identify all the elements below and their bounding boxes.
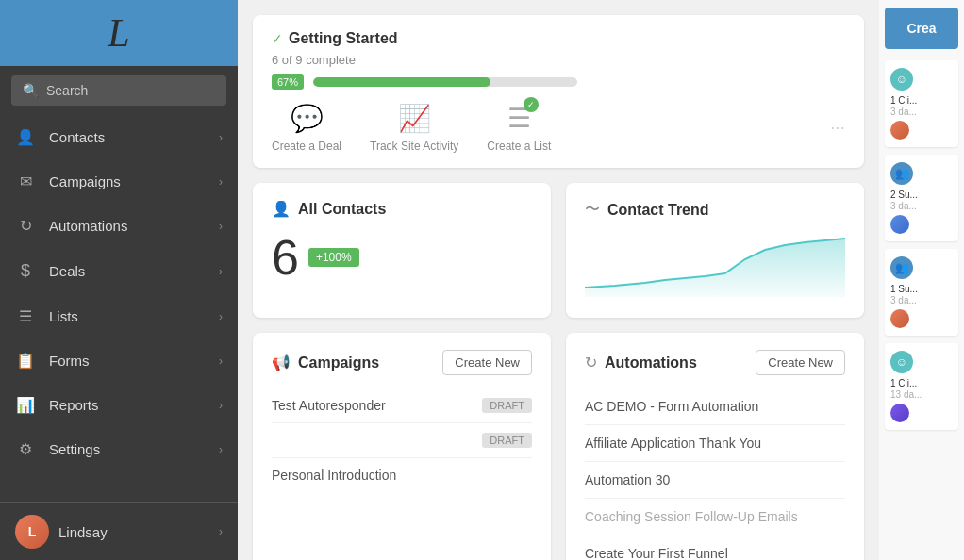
automation-item-1: AC DEMO - Form Automation — [585, 388, 845, 425]
gs-item-create-list[interactable]: ☰ ✓ Create a List — [487, 103, 551, 153]
automation-name-2: Affiliate Application Thank You — [585, 436, 761, 451]
gs-item-create-deal[interactable]: 💬 Create a Deal — [272, 103, 341, 153]
contact-trend-title: Contact Trend — [607, 202, 709, 219]
trend-icon: 〜 — [585, 200, 600, 220]
lists-icon: ☰ — [15, 307, 36, 325]
contacts-label: Contacts — [49, 129, 105, 145]
automations-section: ↻ Automations Create New AC DEMO - Form … — [566, 333, 864, 560]
activity-title-4: 1 Cli... — [890, 377, 953, 389]
deals-icon: $ — [15, 261, 36, 281]
main-content: ✓ Getting Started 6 of 9 complete 67% 💬 … — [238, 0, 879, 560]
gs-more-icon[interactable]: ⋯ — [830, 119, 845, 137]
campaigns-section-icon: 📢 — [272, 354, 291, 371]
automation-name-3: Automation 30 — [585, 472, 670, 487]
sidebar-footer[interactable]: L Lindsay › — [0, 502, 238, 560]
activity-item-3[interactable]: 👥 1 Su... 3 da... — [885, 249, 958, 336]
contacts-number: 6 — [272, 229, 299, 286]
contacts-badge: +100% — [308, 248, 359, 267]
settings-label: Settings — [49, 441, 100, 457]
sidebar-item-deals[interactable]: $ Deals › — [0, 248, 238, 294]
avatar: L — [15, 515, 49, 549]
sidebar-item-campaigns[interactable]: ✉ Campaigns › — [0, 159, 238, 204]
sidebar-item-reports[interactable]: 📊 Reports › — [0, 383, 238, 427]
campaigns-section: 📢 Campaigns Create New Test Autoresponde… — [253, 333, 551, 560]
sidebar-search: 🔍 Search — [0, 66, 238, 115]
campaign-name-1: Test Autoresponder — [272, 398, 386, 413]
list-badge: ✓ — [524, 97, 539, 112]
campaigns-icon: ✉ — [15, 173, 36, 190]
automation-item-5: Create Your First Funnel — [585, 535, 845, 560]
activity-time-4: 13 da... — [890, 389, 953, 400]
create-top-button[interactable]: Crea — [885, 8, 958, 49]
search-input[interactable]: Search — [46, 83, 88, 98]
right-panel: Crea ☺ 1 Cli... 3 da... 👥 2 Su... 3 da..… — [879, 0, 964, 560]
reports-label: Reports — [49, 397, 99, 413]
trend-chart — [585, 231, 845, 297]
contact-trend-card: 〜 Contact Trend — [566, 183, 864, 318]
automation-item-4: Coaching Session Follow-Up Emails — [585, 499, 845, 535]
sidebar-item-forms[interactable]: 📋 Forms › — [0, 338, 238, 383]
campaigns-label: Campaigns — [49, 173, 121, 189]
search-box[interactable]: 🔍 Search — [11, 75, 226, 106]
deals-label: Deals — [49, 263, 85, 279]
automations-create-new-button[interactable]: Create New — [756, 350, 845, 375]
activity-title-1: 1 Cli... — [890, 94, 953, 107]
automation-name-1: AC DEMO - Form Automation — [585, 399, 758, 414]
create-list-label: Create a List — [487, 140, 551, 153]
forms-icon: 📋 — [15, 352, 36, 370]
activity-item-4[interactable]: ☺ 1 Cli... 13 da... — [885, 343, 958, 430]
settings-icon: ⚙ — [15, 440, 36, 458]
create-button-label: Crea — [906, 21, 936, 36]
check-icon: ✓ — [272, 31, 283, 46]
sidebar-item-contacts[interactable]: 👤 Contacts › — [0, 115, 238, 159]
activity-icon-1: ☺ — [890, 68, 913, 91]
sidebar: L 🔍 Search 👤 Contacts › ✉ Campaigns › ↻ … — [0, 0, 238, 560]
user-name: Lindsay — [58, 524, 108, 540]
automation-name-5: Create Your First Funnel — [585, 546, 728, 560]
campaign-item-1: Test Autoresponder DRAFT — [272, 388, 532, 423]
activity-icon-4: ☺ — [890, 351, 913, 373]
automations-chevron: › — [219, 220, 223, 233]
activity-item-1[interactable]: ☺ 1 Cli... 3 da... — [885, 60, 958, 147]
reports-icon: 📊 — [15, 396, 36, 414]
campaign-draft-badge-2: DRAFT — [482, 433, 532, 448]
track-site-label: Track Site Activity — [370, 140, 458, 153]
activity-avatar-1 — [890, 121, 909, 140]
automation-name-4: Coaching Session Follow-Up Emails — [585, 509, 798, 524]
activity-item-2[interactable]: 👥 2 Su... 3 da... — [885, 155, 958, 241]
automation-item-3: Automation 30 — [585, 462, 845, 499]
getting-started-items: 💬 Create a Deal 📈 Track Site Activity ☰ … — [272, 103, 845, 153]
automations-section-icon: ↻ — [585, 354, 597, 371]
gs-item-track-site[interactable]: 📈 Track Site Activity — [370, 103, 458, 153]
lists-chevron: › — [219, 310, 223, 323]
sidebar-item-settings[interactable]: ⚙ Settings › — [0, 427, 238, 471]
lists-label: Lists — [49, 308, 78, 324]
sidebar-item-automations[interactable]: ↻ Automations › — [0, 204, 238, 248]
deals-chevron: › — [219, 265, 223, 278]
sidebar-logo: L — [0, 0, 238, 66]
campaigns-create-new-button[interactable]: Create New — [442, 350, 532, 375]
settings-chevron: › — [219, 443, 223, 456]
activity-icon-3: 👥 — [890, 256, 913, 279]
activity-time-1: 3 da... — [890, 107, 953, 117]
campaign-item-3: Personal Introduction — [272, 458, 532, 492]
getting-started-card: ✓ Getting Started 6 of 9 complete 67% 💬 … — [253, 15, 864, 168]
getting-started-subtitle: 6 of 9 complete — [272, 53, 845, 67]
all-contacts-card: 👤 All Contacts 6 +100% — [253, 183, 551, 318]
automations-label: Automations — [49, 218, 127, 234]
user-chevron: › — [219, 525, 223, 538]
automations-section-title: Automations — [605, 354, 697, 371]
reports-chevron: › — [219, 399, 223, 412]
activity-avatar-3 — [890, 309, 909, 328]
cards-row-contacts: 👤 All Contacts 6 +100% 〜 Contact Trend — [253, 183, 864, 318]
getting-started-title: Getting Started — [289, 30, 398, 47]
campaign-name-3: Personal Introduction — [272, 468, 396, 483]
campaign-item-2: DRAFT — [272, 423, 532, 458]
forms-label: Forms — [49, 353, 90, 369]
create-deal-label: Create a Deal — [272, 140, 341, 153]
logo-text: L — [108, 10, 129, 56]
activity-title-2: 2 Su... — [890, 189, 953, 201]
contacts-count-group: 6 +100% — [272, 229, 532, 286]
sidebar-item-lists[interactable]: ☰ Lists › — [0, 294, 238, 338]
cards-row-sections: 📢 Campaigns Create New Test Autoresponde… — [253, 333, 864, 560]
